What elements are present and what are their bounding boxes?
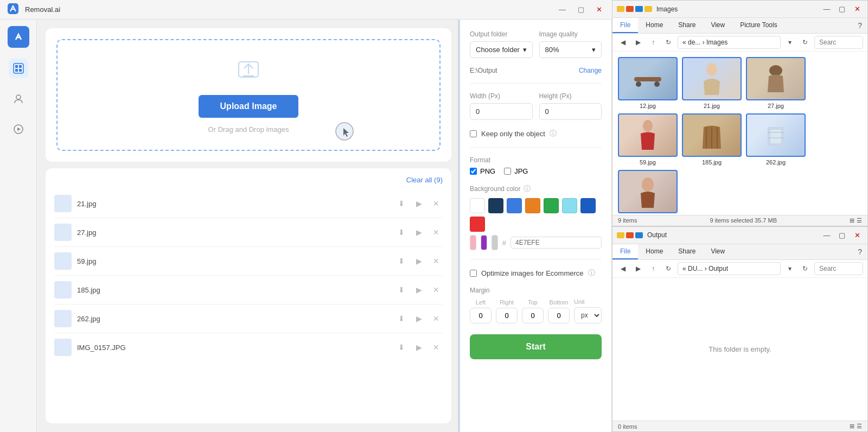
tab-home[interactable]: Home — [638, 244, 671, 259]
close-button[interactable]: ✕ — [851, 229, 863, 241]
list-item[interactable]: 12.jpg — [618, 57, 678, 109]
list-view-icon[interactable]: ☰ — [857, 423, 862, 430]
sidebar-item-play[interactable] — [9, 119, 28, 139]
margin-right-input[interactable] — [496, 308, 518, 323]
refresh2-button[interactable]: ↻ — [799, 36, 811, 48]
unit-select[interactable]: px % — [574, 307, 602, 323]
list-item[interactable]: face.jpg — [618, 170, 678, 215]
dropdown-button[interactable]: ▾ — [784, 36, 796, 48]
help-icon[interactable]: ? — [852, 244, 867, 259]
close-button[interactable]: ✕ — [851, 3, 863, 15]
maximize-button[interactable]: ▢ — [836, 229, 848, 241]
download-icon[interactable]: ⬇ — [395, 312, 408, 325]
sidebar-item-images[interactable] — [9, 59, 28, 78]
refresh2-button[interactable]: ↻ — [799, 263, 811, 275]
up-button[interactable]: ↑ — [647, 36, 659, 48]
height-input[interactable] — [539, 103, 602, 120]
minimize-button[interactable]: — — [821, 3, 833, 15]
refresh-button[interactable]: ↻ — [662, 263, 674, 275]
maximize-button[interactable]: ▢ — [575, 4, 588, 15]
tab-view[interactable]: View — [703, 18, 732, 33]
grid-view-icon[interactable]: ⊞ — [850, 423, 854, 430]
minimize-button[interactable]: — — [821, 229, 833, 241]
maximize-button[interactable]: ▢ — [836, 3, 848, 15]
list-item[interactable]: 21.jpg — [682, 57, 742, 109]
color-swatch-red[interactable] — [470, 217, 485, 232]
list-view-icon[interactable]: ☰ — [857, 217, 862, 224]
png-option[interactable]: PNG — [470, 167, 495, 175]
download-icon[interactable]: ⬇ — [395, 283, 408, 296]
margin-left-input[interactable] — [470, 308, 492, 323]
custom-pink-swatch[interactable] — [470, 235, 476, 250]
address-path[interactable]: « DU... › Output — [678, 262, 781, 275]
tab-view[interactable]: View — [703, 244, 732, 259]
margin-top-input[interactable] — [522, 308, 544, 323]
list-item[interactable]: 185.jpg — [682, 113, 742, 166]
width-input[interactable] — [470, 103, 533, 120]
search-input[interactable] — [814, 36, 863, 49]
back-button[interactable]: ◀ — [617, 263, 629, 275]
color-swatch-light-blue[interactable] — [562, 198, 577, 213]
up-button[interactable]: ↑ — [647, 263, 659, 275]
tab-picture-tools[interactable]: Picture Tools — [732, 18, 784, 33]
delete-icon[interactable]: ✕ — [430, 197, 443, 210]
list-item[interactable]: 27.jpg — [746, 57, 806, 109]
color-swatch-blue[interactable] — [507, 198, 522, 213]
close-app-button[interactable]: ✕ — [593, 4, 605, 15]
play-icon[interactable]: ▶ — [412, 312, 425, 325]
tab-share[interactable]: Share — [671, 18, 703, 33]
download-icon[interactable]: ⬇ — [395, 341, 408, 354]
custom-gray-swatch[interactable] — [492, 235, 498, 250]
download-icon[interactable]: ⬇ — [395, 226, 408, 239]
list-item[interactable]: 262.jpg — [746, 113, 806, 166]
forward-button[interactable]: ▶ — [632, 263, 644, 275]
color-swatch-white[interactable] — [470, 198, 485, 213]
refresh-button[interactable]: ↻ — [662, 36, 674, 48]
help-icon[interactable]: ? — [852, 18, 867, 33]
tab-file[interactable]: File — [612, 18, 638, 33]
jpg-checkbox[interactable] — [504, 168, 511, 175]
tab-home[interactable]: Home — [638, 18, 671, 33]
grid-view-icon[interactable]: ⊞ — [850, 217, 854, 224]
delete-icon[interactable]: ✕ — [430, 255, 443, 268]
color-swatch-green[interactable] — [544, 198, 559, 213]
download-icon[interactable]: ⬇ — [395, 255, 408, 268]
delete-icon[interactable]: ✕ — [430, 283, 443, 296]
forward-button[interactable]: ▶ — [632, 36, 644, 48]
minimize-button[interactable]: — — [556, 4, 569, 15]
hex-color-input[interactable] — [510, 237, 602, 249]
address-path[interactable]: « de... › Images — [678, 36, 781, 49]
start-button[interactable]: Start — [470, 334, 602, 359]
upload-drop-zone[interactable]: Upload Image Or Drag and Drop images — [56, 39, 441, 151]
color-swatch-medium-blue[interactable] — [580, 198, 596, 213]
color-swatch-dark-blue[interactable] — [488, 198, 503, 213]
keep-object-checkbox[interactable] — [470, 130, 477, 137]
output-folder-select[interactable]: Choose folder ▾ — [470, 41, 533, 58]
delete-icon[interactable]: ✕ — [430, 312, 443, 325]
image-quality-select[interactable]: 80% ▾ — [539, 41, 602, 58]
delete-icon[interactable]: ✕ — [430, 341, 443, 354]
list-item[interactable]: 59.jpg — [618, 113, 678, 166]
download-icon[interactable]: ⬇ — [395, 197, 408, 210]
back-button[interactable]: ◀ — [617, 36, 629, 48]
search-input[interactable] — [814, 262, 863, 275]
png-checkbox[interactable] — [470, 168, 477, 175]
tab-share[interactable]: Share — [671, 244, 703, 259]
play-icon[interactable]: ▶ — [412, 283, 425, 296]
play-icon[interactable]: ▶ — [412, 226, 425, 239]
play-icon[interactable]: ▶ — [412, 197, 425, 210]
color-swatch-orange[interactable] — [525, 198, 540, 213]
change-path-button[interactable]: Change — [579, 67, 602, 74]
play-icon[interactable]: ▶ — [412, 341, 425, 354]
optimize-checkbox[interactable] — [470, 270, 477, 277]
upload-image-button[interactable]: Upload Image — [199, 95, 299, 118]
play-icon[interactable]: ▶ — [412, 255, 425, 268]
custom-purple-swatch[interactable] — [481, 235, 487, 250]
dropdown-button[interactable]: ▾ — [784, 263, 796, 275]
sidebar-item-user[interactable] — [9, 89, 28, 109]
clear-all-button[interactable]: Clear all (9) — [406, 176, 443, 184]
tab-file[interactable]: File — [612, 244, 638, 259]
margin-bottom-input[interactable] — [548, 308, 570, 323]
delete-icon[interactable]: ✕ — [430, 226, 443, 239]
jpg-option[interactable]: JPG — [504, 167, 528, 175]
